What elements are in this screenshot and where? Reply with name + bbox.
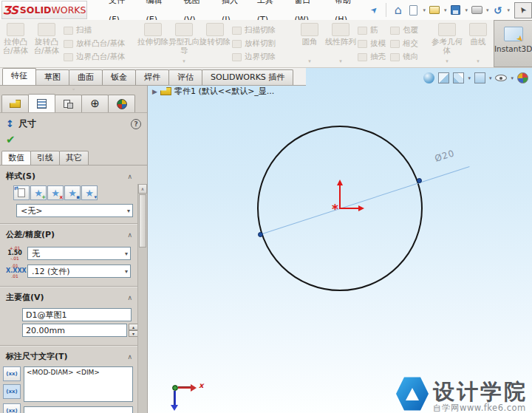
- scroll-thumb[interactable]: [139, 194, 146, 248]
- reference-geometry-button[interactable]: 参考几何体 ▾: [432, 20, 463, 67]
- dimension-text-token-button-2[interactable]: (xx): [3, 384, 21, 399]
- tolerance-type-dropdown[interactable]: 无 ▾: [27, 247, 131, 260]
- style-dropdown[interactable]: <无> ▾: [16, 204, 133, 217]
- new-document-dropdown[interactable]: ▾: [422, 7, 426, 13]
- boundary-cut-button[interactable]: 边界切除: [232, 51, 291, 63]
- unit-precision-dropdown[interactable]: .12 (文件) ▾: [27, 264, 131, 278]
- intersect-button[interactable]: 相交: [390, 38, 429, 50]
- graphics-viewport[interactable]: ▾ ▾ ▾ ▶ 零件1 (默认<<默认>_显... Ø20 * x: [148, 68, 532, 413]
- subtab-leaders[interactable]: 引线: [30, 151, 60, 165]
- view-orientation-dropdown[interactable]: ▾: [468, 75, 471, 81]
- curves-dropdown[interactable]: ▾: [477, 57, 480, 67]
- apply-default-style-button[interactable]: ⇄: [13, 185, 30, 200]
- extrude-boss-button[interactable]: 拉伸凸台/基体: [0, 20, 31, 67]
- help-button[interactable]: ?: [131, 119, 141, 129]
- diameter-dimension-label[interactable]: Ø20: [434, 148, 457, 164]
- dimension-text-area-2[interactable]: [24, 406, 133, 413]
- tab-features[interactable]: 特征: [2, 68, 36, 85]
- subtab-other[interactable]: 其它: [59, 151, 89, 165]
- load-style-button[interactable]: ★▾: [81, 185, 98, 200]
- dimension-text-token-button-3[interactable]: (xx): [3, 403, 21, 413]
- tab-evaluate[interactable]: 评估: [168, 69, 202, 85]
- curves-button[interactable]: 曲线 ▾: [463, 20, 494, 67]
- undo-button[interactable]: ↺: [491, 3, 505, 18]
- home-button[interactable]: ⌂: [391, 3, 405, 18]
- flyout-feature-tree[interactable]: ▶ 零件1 (默认<<默认>_显...: [152, 86, 274, 97]
- scroll-up-button[interactable]: ∧: [138, 184, 147, 194]
- origin-asterisk-icon[interactable]: *: [332, 203, 338, 215]
- save-style-button[interactable]: ★▪: [64, 185, 81, 200]
- dimension-value-field[interactable]: 20.00mm: [22, 324, 127, 337]
- display-style-icon: [474, 72, 485, 83]
- expand-arrow-icon[interactable]: ▶: [152, 88, 157, 95]
- new-document-button[interactable]: [406, 3, 420, 18]
- dimension-name-field[interactable]: D1@草图1: [22, 308, 132, 321]
- open-dropdown[interactable]: ▾: [443, 7, 448, 13]
- tab-configuration-manager[interactable]: [55, 95, 82, 112]
- revolve-cut-button[interactable]: 旋转切除: [200, 20, 231, 67]
- tab-dimxpert-manager[interactable]: ⊕: [81, 95, 109, 112]
- print-dropdown[interactable]: ▾: [485, 7, 490, 13]
- sketch-point-left[interactable]: [258, 232, 263, 237]
- sweep-cut-button[interactable]: 扫描切除: [232, 24, 291, 36]
- add-style-button[interactable]: ★+: [30, 185, 47, 200]
- sketch-point-right[interactable]: [417, 178, 422, 183]
- primary-value-collapse-icon[interactable]: ∧: [127, 294, 132, 301]
- shell-button[interactable]: 抽壳: [358, 51, 387, 63]
- hide-show-items-dropdown[interactable]: ▾: [511, 75, 514, 81]
- origin-y-axis[interactable]: [339, 185, 341, 209]
- loft-cut-button[interactable]: 放样切割: [232, 38, 291, 50]
- section-view-button[interactable]: [438, 72, 449, 83]
- undo-dropdown[interactable]: ▾: [506, 7, 511, 13]
- subtab-value[interactable]: 数值: [1, 151, 31, 165]
- display-style-button[interactable]: [474, 72, 485, 83]
- tab-feature-manager[interactable]: [1, 95, 29, 112]
- panel-scrollbar[interactable]: ∧: [137, 184, 147, 413]
- boundary-boss-button[interactable]: 边界凸台/基体: [64, 51, 134, 63]
- rib-button[interactable]: 筋: [358, 24, 387, 36]
- display-style-dropdown[interactable]: ▾: [489, 75, 492, 81]
- loft-boss-button[interactable]: 放样凸台/基体: [64, 38, 134, 50]
- panel-grip[interactable]: ◦: [0, 85, 147, 94]
- hole-wizard-dropdown[interactable]: ▾: [183, 57, 185, 67]
- tab-property-manager[interactable]: [28, 94, 55, 112]
- print-button[interactable]: [470, 3, 484, 18]
- revolve-boss-button[interactable]: 旋转凸台/基体: [31, 20, 62, 67]
- mirror-button[interactable]: 镜向: [390, 51, 429, 63]
- style-collapse-icon[interactable]: ∧: [127, 173, 132, 180]
- fillet-dropdown[interactable]: ▾: [308, 57, 311, 67]
- fillet-button[interactable]: 圆角 ▾: [294, 20, 325, 67]
- wrap-button[interactable]: 包覆: [390, 24, 429, 36]
- pin-menu-icon[interactable]: ➤: [369, 4, 381, 16]
- linear-pattern-button[interactable]: 线性阵列 ▾: [325, 20, 356, 67]
- sweep-button[interactable]: 扫描: [64, 24, 134, 36]
- tab-display-manager[interactable]: [108, 95, 135, 112]
- draft-button[interactable]: 拔模: [358, 38, 387, 50]
- cut-group: 拉伸切除 异型孔向导 ▾ 旋转切除 扫描切除 放样切割 边界切除: [137, 20, 293, 67]
- delete-style-button[interactable]: ★x: [47, 185, 64, 200]
- linear-pattern-dropdown[interactable]: ▾: [339, 57, 342, 67]
- ok-check-icon[interactable]: ✔: [6, 133, 16, 146]
- reference-geometry-dropdown[interactable]: ▾: [446, 57, 449, 67]
- extrude-cut-button[interactable]: 拉伸切除: [137, 20, 168, 67]
- tab-surfaces[interactable]: 曲面: [69, 69, 103, 85]
- hide-show-items-button[interactable]: [495, 75, 507, 81]
- save-dropdown[interactable]: ▾: [464, 7, 468, 13]
- dimension-text-token-button[interactable]: (xx): [3, 366, 21, 381]
- hole-wizard-button[interactable]: 异型孔向导 ▾: [168, 20, 200, 67]
- view-orientation-button[interactable]: [453, 72, 464, 83]
- tab-weldments[interactable]: 焊件: [135, 69, 169, 85]
- origin-x-axis[interactable]: [341, 208, 358, 209]
- tab-sheet-metal[interactable]: 钣金: [102, 69, 136, 85]
- dimension-text-collapse-icon[interactable]: ∧: [127, 353, 132, 361]
- tolerance-collapse-icon[interactable]: ∧: [127, 231, 132, 239]
- dimension-text-area[interactable]: <MOD-DIAM> <DIM>: [24, 366, 133, 402]
- tab-solidworks-addins[interactable]: SOLIDWORKS 插件: [202, 69, 293, 85]
- open-button[interactable]: [428, 3, 442, 18]
- save-button[interactable]: [449, 3, 463, 18]
- tab-sketch[interactable]: 草图: [35, 69, 69, 85]
- edit-appearance-button[interactable]: [517, 72, 528, 83]
- select-tool-button[interactable]: ➤: [514, 2, 532, 18]
- instant3d-button[interactable]: ➤ Instant3D: [494, 20, 532, 67]
- zoom-fit-button[interactable]: [423, 72, 434, 83]
